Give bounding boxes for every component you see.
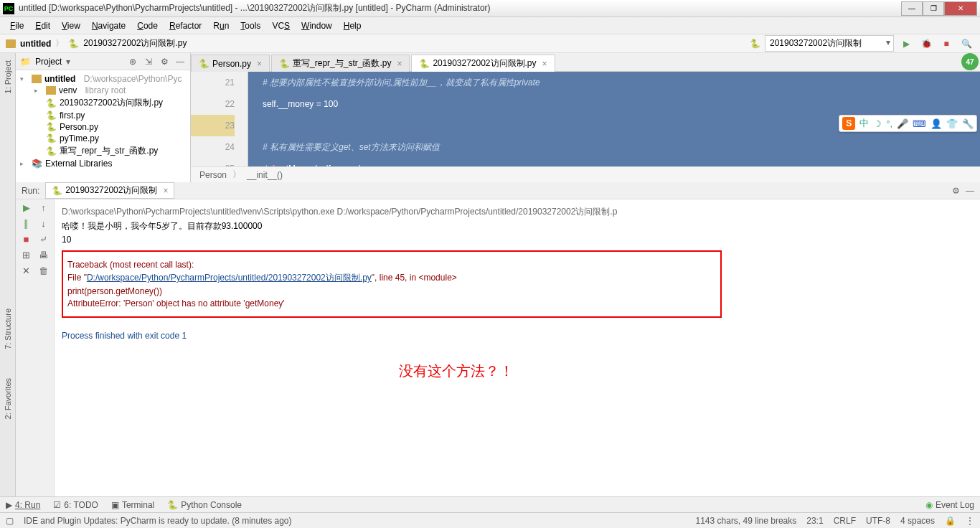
sogou-icon[interactable]: S (842, 117, 855, 130)
tab-person[interactable]: 🐍Person.py× (191, 55, 270, 72)
skin-icon[interactable]: 👕 (946, 118, 958, 129)
event-log[interactable]: ◉ Event Log (925, 500, 974, 510)
hide-icon[interactable]: — (966, 186, 974, 196)
line-number-gutter: 21 22 23 24 25 (191, 72, 248, 166)
run-label: Run: (22, 186, 39, 196)
tab-repr-str[interactable]: 🐍重写_repr_与_str_函数.py× (271, 55, 410, 72)
tab-python-console[interactable]: 🐍 Python Console (167, 500, 242, 510)
scroll-from-source-icon[interactable]: ⊕ (127, 57, 138, 67)
ime-lang-icon[interactable]: 中 (859, 117, 869, 130)
statusbar: ▢ IDE and Plugin Updates: PyCharm is rea… (0, 512, 980, 528)
menu-file[interactable]: FFileile (4, 19, 29, 33)
pycharm-icon: PC (3, 3, 14, 14)
menu-code[interactable]: Code (131, 19, 164, 33)
pause-icon[interactable]: ‖ (21, 218, 32, 230)
collapse-all-icon[interactable]: ⇲ (143, 57, 154, 67)
hide-icon[interactable]: — (174, 57, 186, 67)
annotation-text: 没有这个方法？！ (399, 362, 514, 381)
step-up-icon[interactable]: ↑ (38, 202, 50, 214)
python-file-icon: 🐍 (750, 39, 760, 49)
stop-icon[interactable]: ■ (21, 234, 32, 245)
nav-file[interactable]: 201903272002访问限制.py (83, 37, 187, 50)
lock-icon[interactable]: 🔒 (945, 516, 956, 526)
trash-icon[interactable]: 🗑 (38, 265, 50, 277)
notification-badge[interactable]: 47 (961, 53, 979, 70)
project-panel-title: Project (35, 57, 62, 67)
status-message: IDE and Plugin Updates: PyCharm is ready… (24, 516, 292, 526)
step-down-icon[interactable]: ↓ (38, 218, 50, 230)
run-button[interactable]: ▶ (898, 36, 914, 52)
minimize-button[interactable]: — (901, 1, 923, 16)
punct-icon[interactable]: °, (886, 118, 892, 129)
menubar: FFileile Edit View Navigate Code Refacto… (0, 17, 980, 34)
sidebar-tab-project[interactable]: 1: Project (4, 60, 12, 93)
status-chars: 1143 chars, 49 line breaks (696, 516, 797, 526)
status-indent[interactable]: 4 spaces (900, 516, 935, 526)
user-icon[interactable]: 👤 (930, 118, 942, 129)
menu-help[interactable]: Help (338, 19, 367, 33)
run-config-dropdown[interactable]: 201903272002访问限制 (765, 35, 894, 52)
close-run-icon[interactable]: ✕ (21, 265, 32, 277)
traceback-file-link[interactable]: D:/workspace/Python/PycharmProjects/unti… (87, 273, 372, 283)
menu-navigate[interactable]: Navigate (86, 19, 131, 33)
search-icon[interactable]: 🔍 (958, 36, 974, 52)
gear-icon[interactable]: ⚙ (159, 57, 170, 67)
status-encoding[interactable]: UTF-8 (866, 516, 890, 526)
console-output[interactable]: D:\workspace\Python\PycharmProjects\unti… (55, 199, 980, 496)
editor-tabbar: 🐍Person.py× 🐍重写_repr_与_str_函数.py× 🐍20190… (191, 53, 980, 72)
moon-icon[interactable]: ☽ (873, 118, 882, 129)
stop-button[interactable]: ■ (938, 36, 954, 52)
chevron-right-icon: 〉 (55, 37, 64, 50)
menu-vcs[interactable]: VCS (266, 19, 296, 33)
close-icon[interactable]: × (397, 59, 402, 69)
menu-window[interactable]: Window (296, 19, 338, 33)
status-line-sep[interactable]: CRLF (834, 516, 856, 526)
navbar: untitled 〉 🐍 201903272002访问限制.py 🐍 20190… (0, 34, 980, 53)
project-panel: 📁 Project ▾ ⊕ ⇲ ⚙ — ▾untitled D:\workspa… (16, 53, 191, 182)
debug-button[interactable]: 🐞 (918, 36, 934, 52)
run-panel: Run: 🐍201903272002访问限制× ⚙ — ▶↑ ‖↓ ■⤶ ⊞🖶 … (16, 182, 980, 496)
layout-icon[interactable]: ⊞ (21, 250, 32, 261)
nav-root[interactable]: untitled (20, 39, 51, 49)
tab-access-limit[interactable]: 🐍201903272002访问限制.py× (411, 55, 555, 72)
bottom-tool-tabs: ▶ 4: Run ☑ 6: TODO ▣ Terminal 🐍 Python C… (0, 496, 980, 512)
maximize-button[interactable]: ❐ (923, 1, 944, 16)
mic-icon[interactable]: 🎤 (897, 118, 908, 129)
menu-tools[interactable]: Tools (235, 19, 266, 33)
sidebar-tab-structure[interactable]: 7: Structure (4, 308, 12, 349)
window-title: untitled [D:\workspace\Python\PycharmPro… (19, 2, 901, 14)
sidebar-tab-favorites[interactable]: 2: Favorites (4, 378, 12, 419)
left-tool-strip: 1: Project 7: Structure 2: Favorites (0, 53, 16, 496)
keyboard-icon[interactable]: ⌨ (913, 118, 926, 129)
close-icon[interactable]: × (257, 59, 262, 69)
python-file-icon: 🐍 (68, 39, 79, 49)
chevron-down-icon[interactable]: ▾ (66, 57, 70, 67)
close-icon[interactable]: × (542, 59, 547, 69)
rerun-icon[interactable]: ▶ (21, 202, 32, 214)
menu-refactor[interactable]: Refactor (164, 19, 207, 33)
run-tab[interactable]: 🐍201903272002访问限制× (45, 182, 174, 199)
tab-terminal[interactable]: ▣ Terminal (111, 500, 154, 510)
gear-icon[interactable]: ⚙ (952, 186, 960, 196)
menu-run[interactable]: Run (207, 19, 235, 33)
ime-toolbar[interactable]: S 中 ☽ °, 🎤 ⌨ 👤 👕 🔧 (839, 115, 977, 132)
print-icon[interactable]: 🖶 (38, 250, 50, 261)
project-tree[interactable]: ▾untitled D:\workspace\Python\Pyc ▸venv … (16, 70, 190, 172)
close-button[interactable]: ✕ (944, 1, 977, 16)
titlebar: PC untitled [D:\workspace\Python\Pycharm… (0, 0, 980, 17)
wrap-icon[interactable]: ⤶ (38, 234, 50, 245)
error-highlight-box: Traceback (most recent call last): File … (62, 250, 722, 318)
tool-window-icon[interactable]: ▢ (6, 516, 14, 526)
project-icon: 📁 (20, 57, 31, 67)
more-icon[interactable]: ⋮ (966, 516, 974, 526)
toolbox-icon[interactable]: 🔧 (962, 118, 974, 129)
tab-todo[interactable]: ☑ 6: TODO (53, 500, 98, 510)
breadcrumb[interactable]: Person〉__init__() (191, 166, 980, 182)
status-position[interactable]: 23:1 (806, 516, 823, 526)
menu-view[interactable]: View (56, 19, 86, 33)
folder-icon (6, 39, 16, 48)
menu-edit[interactable]: Edit (29, 19, 56, 33)
run-toolbar: ▶↑ ‖↓ ■⤶ ⊞🖶 ✕🗑 (16, 199, 55, 496)
tab-run[interactable]: ▶ 4: Run (6, 500, 40, 510)
